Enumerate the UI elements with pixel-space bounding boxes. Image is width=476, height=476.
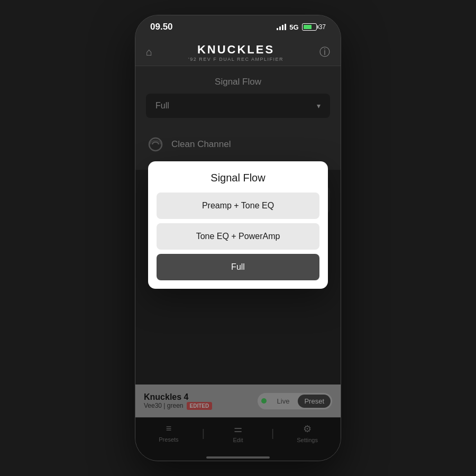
logo-title: KNUCKLES [197,43,274,57]
phone-frame: 09.50 5G 37 ⌂ KNUCKLES '92 REV F DUAL RE… [135,15,341,461]
battery-icon: 37 [302,23,326,31]
modal-overlay[interactable]: Signal Flow Preamp + Tone EQ Tone EQ + P… [135,66,341,461]
status-right: 5G 37 [277,23,326,31]
info-icon[interactable]: ⓘ [319,45,330,59]
home-icon[interactable]: ⌂ [146,46,152,58]
option-tone-eq-poweramp[interactable]: Tone EQ + PowerAmp [157,223,319,250]
option-full[interactable]: Full [157,254,319,280]
status-time: 09.50 [150,22,173,32]
content-wrapper: Signal Flow Full ▾ Clean Channel [135,66,341,461]
option-preamp-tone-eq[interactable]: Preamp + Tone EQ [157,193,319,219]
scrollable-content: Signal Flow Full ▾ Clean Channel [135,66,341,461]
signal-bars-icon [277,24,286,30]
app-logo: KNUCKLES '92 REV F DUAL REC AMPLIFIER [188,43,283,62]
status-bar: 09.50 5G 37 [135,15,341,39]
app-header: ⌂ KNUCKLES '92 REV F DUAL REC AMPLIFIER … [135,39,341,66]
network-type: 5G [289,23,298,31]
modal-title: Signal Flow [148,161,328,193]
battery-level: 37 [319,23,326,31]
logo-subtitle: '92 REV F DUAL REC AMPLIFIER [188,57,283,62]
signal-flow-modal: Signal Flow Preamp + Tone EQ Tone EQ + P… [148,161,328,289]
modal-options: Preamp + Tone EQ Tone EQ + PowerAmp Full [148,193,328,289]
